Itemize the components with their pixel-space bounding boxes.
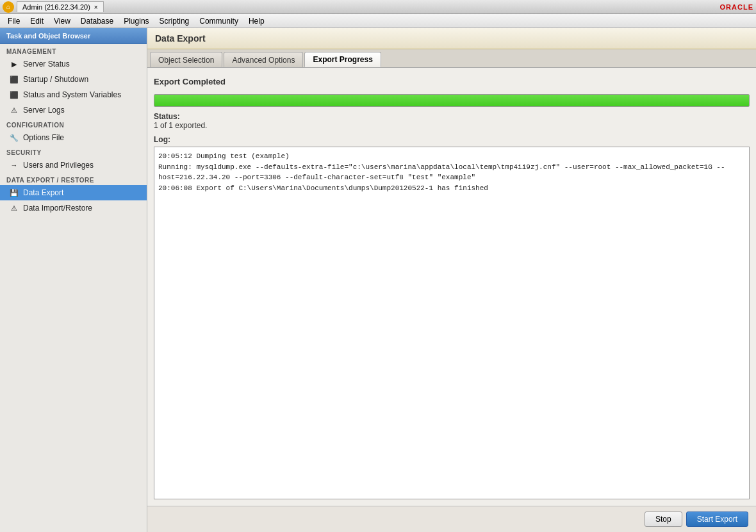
sidebar: Task and Object Browser MANAGEMENT ▶ Ser… [0, 28, 147, 532]
startup-shutdown-icon: ⬛ [9, 74, 19, 85]
status-value: 1 of 1 exported. [154, 121, 207, 130]
tab-object-selection[interactable]: Object Selection [150, 52, 222, 67]
menu-plugins[interactable]: Plugins [119, 15, 154, 27]
tab-export-progress[interactable]: Export Progress [304, 52, 381, 67]
menu-view[interactable]: View [49, 15, 76, 27]
main-layout: Task and Object Browser MANAGEMENT ▶ Ser… [0, 28, 756, 532]
status-label: Status: [154, 112, 180, 121]
sidebar-item-data-import[interactable]: ⚠ Data Import/Restore [0, 200, 147, 216]
section-security: SECURITY [0, 145, 147, 157]
section-configuration: CONFIGURATION [0, 118, 147, 130]
progress-bar-container [154, 94, 750, 107]
sidebar-item-server-logs[interactable]: ⚠ Server Logs [0, 102, 147, 118]
close-icon[interactable]: × [94, 4, 98, 11]
content-area: Data Export Object Selection Advanced Op… [147, 28, 756, 532]
tab-label: Admin (216.22.34.20) [22, 3, 90, 11]
users-privileges-label: Users and Privileges [23, 161, 94, 170]
sidebar-item-status-variables[interactable]: ⬛ Status and System Variables [0, 87, 147, 102]
log-line-1: 20:05:12 Dumping test (example) [158, 151, 745, 162]
sidebar-item-server-status[interactable]: ▶ Server Status [0, 56, 147, 72]
sidebar-item-startup-shutdown[interactable]: ⬛ Startup / Shutdown [0, 72, 147, 87]
startup-shutdown-label: Startup / Shutdown [23, 75, 88, 84]
data-export-label: Data Export [23, 188, 63, 197]
menu-community[interactable]: Community [194, 15, 243, 27]
oracle-logo: ORACLE [720, 3, 753, 11]
menu-bar: File Edit View Database Plugins Scriptin… [0, 14, 756, 28]
admin-tab[interactable]: Admin (216.22.34.20) × [17, 1, 104, 12]
start-export-button[interactable]: Start Export [686, 512, 748, 527]
status-variables-label: Status and System Variables [23, 90, 121, 99]
data-export-icon: 💾 [9, 188, 19, 198]
menu-help[interactable]: Help [243, 15, 270, 27]
section-management: MANAGEMENT [0, 44, 147, 56]
export-completed-label: Export Completed [154, 74, 750, 89]
users-privileges-icon: → [9, 160, 19, 170]
sidebar-header: Task and Object Browser [0, 28, 147, 44]
sidebar-item-users-privileges[interactable]: → Users and Privileges [0, 157, 147, 173]
menu-file[interactable]: File [3, 15, 25, 27]
content-header: Data Export [147, 28, 756, 49]
sidebar-item-options-file[interactable]: 🔧 Options File [0, 130, 147, 145]
stop-button[interactable]: Stop [645, 512, 682, 527]
options-file-label: Options File [23, 133, 64, 142]
log-section: Log: 20:05:12 Dumping test (example) Run… [154, 135, 750, 499]
tabs-bar: Object Selection Advanced Options Export… [147, 49, 756, 68]
bottom-bar: Stop Start Export [147, 506, 756, 532]
log-line-3: 20:06:08 Export of C:\Users\Marina\Docum… [158, 183, 745, 194]
sidebar-item-data-export[interactable]: 💾 Data Export [0, 185, 147, 200]
log-line-2: Running: mysqldump.exe --defaults-extra-… [158, 162, 745, 183]
status-variables-icon: ⬛ [9, 90, 19, 100]
options-file-icon: 🔧 [9, 133, 19, 143]
server-logs-label: Server Logs [23, 106, 65, 115]
tab-advanced-options[interactable]: Advanced Options [224, 52, 303, 67]
server-logs-icon: ⚠ [9, 105, 19, 115]
progress-bar-fill [154, 95, 749, 106]
server-status-icon: ▶ [9, 59, 19, 69]
log-box[interactable]: 20:05:12 Dumping test (example) Running:… [154, 147, 750, 499]
menu-edit[interactable]: Edit [25, 15, 49, 27]
menu-scripting[interactable]: Scripting [154, 15, 195, 27]
server-status-label: Server Status [23, 60, 70, 69]
status-section: Status: 1 of 1 exported. [154, 112, 750, 130]
log-label: Log: [154, 135, 750, 144]
export-content: Export Completed Status: 1 of 1 exported… [147, 68, 756, 506]
section-data-export-restore: DATA EXPORT / RESTORE [0, 173, 147, 185]
title-bar: ⌂ Admin (216.22.34.20) × ORACLE [0, 0, 756, 14]
menu-database[interactable]: Database [76, 15, 119, 27]
data-import-label: Data Import/Restore [23, 204, 92, 213]
home-icon[interactable]: ⌂ [3, 1, 14, 13]
data-import-icon: ⚠ [9, 203, 19, 213]
